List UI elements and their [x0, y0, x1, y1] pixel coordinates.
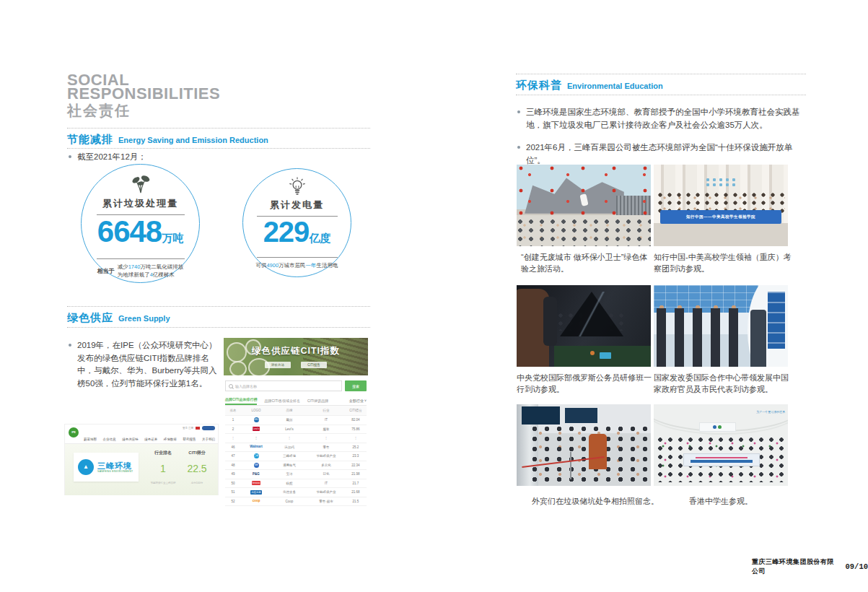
table-cell: 21.68 — [345, 490, 367, 494]
stat-waste-unit: 万吨 — [162, 232, 183, 244]
search-icon — [229, 384, 233, 388]
photo-caption: 知行中国-中美高校学生领袖（重庆）考察团到访参观。 — [654, 251, 792, 274]
photo-foreign-guests-photos — [517, 404, 651, 486]
nav-item[interactable]: 关于我们 — [202, 438, 215, 441]
brand-logo: 三峰 — [254, 453, 259, 458]
table-cell: Walmart — [241, 445, 271, 449]
photo-green-experience-tour — [517, 165, 651, 246]
industry-filter-dropdown[interactable]: 全部行业 ˅ — [349, 399, 367, 405]
stat-waste-note-prefix: 相当于 — [97, 267, 115, 275]
stat-power-value: 229亿度 — [243, 217, 351, 253]
nav-item[interactable]: 蔚蓝地图 — [84, 438, 97, 441]
model-detail-shape — [600, 352, 611, 359]
stat-circle-waste: 累计垃圾处理量 6648万吨 相当于 减少1740万吨二氧化碳排放 为地球新栽了… — [81, 164, 200, 283]
table-cell: 25.2 — [345, 445, 367, 449]
display-panel-shape — [768, 292, 785, 349]
education-bullet-2: 2021年6月，三峰百果园公司被生态环境部评为全国“十佳环保设施开放单位”。 — [517, 142, 807, 167]
table-cell: 50 — [225, 482, 241, 485]
table-cell: 节能环保产业 — [307, 454, 345, 458]
divider — [67, 306, 370, 307]
ipe-body: ▲ 三峰环境 SANFENG ENVIRONMENT 行业排名 1 节能环保行业… — [65, 444, 218, 495]
tab-selected-brands[interactable]: CITI评选品牌 — [307, 399, 328, 405]
table-row: 47三峰三峰环境节能环保产业23.3 — [225, 452, 367, 461]
language-button[interactable] — [202, 426, 215, 430]
green-supply-text: 2019年，在IPE（公众环境研究中心）发布的绿色供应链CITI指数品牌排名中，… — [77, 339, 223, 390]
monitor-shape — [565, 408, 597, 423]
page-title-line2: RESPONSIBILITIES — [67, 87, 220, 100]
divider — [67, 327, 370, 328]
search-button[interactable]: 搜索 — [345, 380, 367, 391]
citi-table: 排名 LOGO 品牌 行业 CITI得分 1DELL戴尔IT82.042Levi… — [225, 406, 367, 506]
stat-circle-power: 累计发电量 229亿度 可供4900万城市居民一年生活用电 — [242, 168, 351, 277]
table-cell: 戴尔 — [271, 418, 307, 422]
photo-caption: 外宾们在垃圾储坑处争相拍照留念。 — [532, 495, 669, 507]
section-title-education-en: Environmental Education — [567, 82, 663, 90]
section-title-green-supply: 绿色供应Green Supply — [67, 311, 170, 325]
sanfeng-logo-card: ▲ 三峰环境 SANFENG ENVIRONMENT — [74, 453, 139, 482]
wall-logo-shape — [699, 422, 735, 432]
table-row: 2Levi'sLevi's服装75.86 — [225, 425, 367, 435]
table-cell: 多元化 — [307, 463, 345, 467]
green-supply-paragraph: 2019年，在IPE（公众环境研究中心）发布的绿色供应链CITI指数品牌排名中，… — [69, 339, 223, 390]
citi-score-block: CITI得分 22.5 总分100分 — [177, 450, 216, 484]
table-cell: 零售 — [307, 445, 345, 449]
table-cell: P&G — [241, 472, 271, 476]
tab-overall-ranking[interactable]: 品牌CITI总体排行榜 — [225, 397, 257, 405]
table-cell: 2 — [225, 427, 241, 431]
divider — [257, 257, 338, 258]
table-cell: 22.34 — [345, 463, 367, 467]
blue-banner: 知行中国——中美高校学生领袖学院 — [660, 210, 781, 224]
tab-field-ranking[interactable]: 品牌CITI各领域全排名 — [264, 399, 299, 405]
education-bullet-1: 三峰环境是国家生态环境部、教育部授予的全国中小学环境教育社会实践基地，旗下垃圾发… — [517, 106, 807, 131]
table-cell: 节能环保产业 — [307, 490, 345, 494]
ipe-logo: IPE — [69, 427, 79, 438]
method-button[interactable]: 评价方法 — [265, 362, 291, 368]
pyramid-edge-highlight — [560, 292, 623, 336]
barrier-pole-shape — [570, 452, 571, 479]
report-button[interactable]: CITI报告 — [301, 362, 327, 368]
section-title-energy-en: Energy Saving and Emission Reduction — [118, 136, 268, 144]
ipe-nav: 蔚蓝地图 企业信息 绿色供应链 绿色证券 环境数据 研究报告 关于我们 — [84, 438, 215, 441]
crowd-shapes — [517, 219, 651, 246]
table-cell: DELL — [241, 417, 271, 422]
table-cell: 21.5 — [345, 500, 367, 503]
education-bullet-1-text: 三峰环境是国家生态环境部、教育部授予的全国中小学环境教育社会实践基地，旗下垃圾发… — [526, 106, 807, 131]
divider — [97, 258, 185, 259]
nav-item[interactable]: 企业信息 — [103, 438, 116, 441]
nav-item[interactable]: 研究报告 — [183, 438, 196, 441]
table-cell: IT — [307, 418, 345, 422]
ipe-website-screenshot: IPE 登录 注册 蔚蓝地图 企业信息 绿色供应链 绿色证券 环境数据 研究报告… — [65, 425, 218, 495]
search-input[interactable]: 输入品牌名称 — [225, 380, 342, 391]
table-cell: 沃尔玛 — [271, 445, 307, 449]
table-cell: 49 — [225, 472, 241, 476]
note-highlight: 1740 — [128, 264, 141, 270]
brand-logo: 北控水务 — [250, 490, 262, 495]
table-cell: 服装 — [307, 427, 345, 431]
table-cell: IT — [307, 482, 345, 485]
stat-waste-value: 6648万吨 — [82, 216, 199, 254]
brand-logo: coop — [252, 499, 261, 503]
nav-item[interactable]: 绿色供应链 — [122, 438, 139, 441]
divider — [67, 148, 370, 149]
stat-power-number: 229 — [263, 216, 310, 248]
leaf-icon — [82, 174, 199, 194]
section-title-education: 环保科普Environmental Education — [516, 79, 663, 92]
table-cell: ⋮ — [345, 436, 367, 440]
table-row: 52coopCoop零售·超市21.5 — [225, 497, 367, 507]
photo-caption: 香港中学生参观。 — [689, 495, 805, 507]
sanfeng-logo-icon: ▲ — [78, 459, 94, 475]
red-confetti-shapes — [517, 165, 651, 215]
table-row: 50lenovo联想IT21.7 — [225, 479, 367, 489]
login-links[interactable]: 登录 注册 — [183, 427, 193, 430]
table-row: 1DELL戴尔IT82.04 — [225, 416, 367, 425]
section-title-education-cn: 环保科普 — [516, 79, 562, 91]
table-cell: ⋮ — [225, 436, 241, 440]
table-cell: 21.7 — [345, 482, 367, 485]
note-text: 万城市居民 — [279, 262, 306, 269]
stat-power-unit: 亿度 — [309, 232, 330, 244]
photo-china-us-student-leaders: 知行中国——中美高校学生领袖学院 — [654, 165, 788, 246]
stat-power-label: 累计发电量 — [243, 199, 351, 212]
nav-item[interactable]: 绿色证券 — [144, 438, 157, 441]
figures-shapes — [657, 308, 745, 367]
nav-item[interactable]: 环境数据 — [164, 438, 177, 441]
